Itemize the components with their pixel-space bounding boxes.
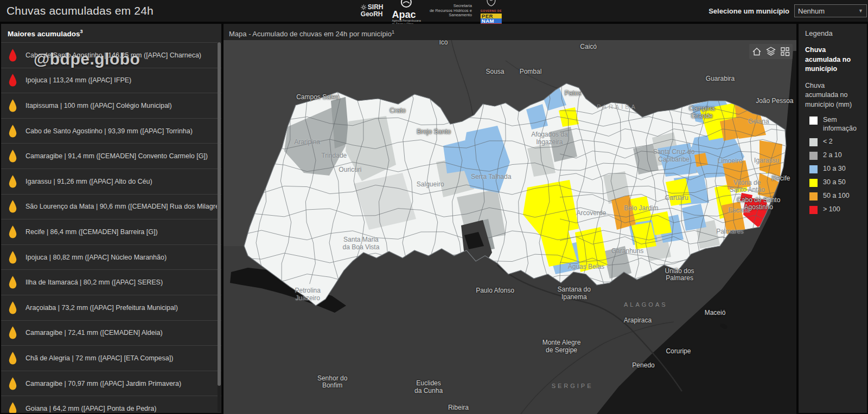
legend-item: 2 a 10 (805, 151, 864, 160)
list-item-label: Camaragibe | 91,4 mm ([CEMADEN] Convento… (25, 152, 208, 160)
list-item[interactable]: São Lourenço da Mata | 90,6 mm ([CEMADEN… (1, 194, 221, 219)
apac-label: Apac (392, 10, 421, 19)
legend-label: 10 a 30 (823, 165, 861, 173)
layers-icon (765, 46, 777, 57)
list-item[interactable]: Chã de Alegria | 72 mm ([APAC] [ETA Comp… (1, 345, 221, 371)
list-item-label: Camaragibe | 72,41 mm ([CEMADEN] Aldeia) (25, 329, 163, 337)
list-item-label: Igarassu | 91,26 mm ([APAC] Alto do Céu) (25, 178, 152, 185)
municipality-select-value: Nenhum (798, 7, 825, 15)
water-drop-icon (8, 149, 18, 163)
basemap-button[interactable] (779, 46, 791, 57)
list-item[interactable]: Camaragibe | 91,4 mm ([CEMADEN] Convento… (1, 143, 221, 169)
list-item-label: Chã de Alegria | 72 mm ([APAC] [ETA Comp… (25, 354, 173, 362)
apac-logo: Apac Agência Pernambucanade Águas e Clim… (392, 0, 421, 25)
water-drop-icon (8, 73, 18, 87)
legend-label: 30 a 50 (823, 178, 861, 187)
legend-item: 10 a 30 (805, 165, 864, 173)
list-item-label: Araçoiaba | 73,2 mm ([APAC] Prefeitura M… (25, 304, 178, 312)
map-title: Mapa - Acumulado de chuvas em 24h por mu… (224, 24, 796, 40)
list-item-label: Itapissuma | 100 mm ([APAC] Colégio Muni… (25, 102, 172, 109)
ranking-list: Cabo de Santo Agostinho | 146,25 mm ([AP… (1, 42, 221, 413)
ranking-scrollbar[interactable] (218, 42, 221, 412)
list-item[interactable]: Camaragibe | 72,41 mm ([CEMADEN] Aldeia) (1, 320, 221, 346)
pernambuco-crest-icon (486, 0, 496, 7)
legend-panel: Legenda Chuva acumulada no município Chu… (799, 24, 867, 413)
legend-swatch (809, 165, 818, 173)
list-item[interactable]: Araçoiaba | 73,2 mm ([APAC] Prefeitura M… (1, 295, 221, 320)
legend-title: Legenda (805, 29, 864, 37)
secretaria-line3: Saneamento (430, 13, 472, 18)
layers-button[interactable] (765, 46, 777, 57)
legend-item: > 100 (805, 205, 864, 214)
list-item-label: Ipojuca | 80,82 mm ([APAC] Núcleo Maranh… (25, 254, 167, 261)
list-item[interactable]: Recife | 86,4 mm ([CEMADEN] Barreira [G]… (1, 219, 221, 244)
page-title: Chuvas acumuladas em 24h (0, 4, 154, 17)
home-icon (751, 46, 763, 57)
choropleth-map (224, 40, 796, 414)
list-item[interactable]: Igarassu | 91,26 mm ([APAC] Alto do Céu) (1, 169, 221, 194)
municipality-select-label: Selecione um município (709, 7, 789, 15)
list-item[interactable]: Goiana | 64,2 mm ([APAC] Ponta de Pedra) (1, 396, 221, 413)
legend-label: Sem informação (823, 116, 861, 133)
legend-swatch (809, 206, 818, 214)
water-drop-icon (8, 250, 18, 264)
watermark: @bdpe.globo (34, 50, 140, 68)
legend-swatch (809, 179, 818, 187)
header-logos: SIRH GeoRH Apac Agência Pernambucanade Á… (361, 0, 502, 22)
list-item[interactable]: Ilha de Itamaracá | 80,2 mm ([APAC] SERE… (1, 269, 221, 295)
legend-label: > 100 (823, 205, 861, 214)
list-item[interactable]: Ipojuca | 113,24 mm ([APAC] IFPE) (1, 68, 221, 93)
list-item-label: Ipojuca | 113,24 mm ([APAC] IFPE) (25, 76, 131, 84)
legend-label: < 2 (823, 138, 861, 146)
water-drop-icon (8, 174, 18, 189)
map-tools (749, 44, 793, 59)
list-item[interactable]: Itapissuma | 100 mm ([APAC] Colégio Muni… (1, 93, 221, 118)
water-drop-icon (8, 301, 18, 315)
list-item-label: Camaragibe | 70,97 mm ([APAC] Jardim Pri… (25, 380, 181, 387)
list-item-label: Recife | 86,4 mm ([CEMADEN] Barreira [G]… (25, 228, 158, 236)
legend-item: 50 a 100 (805, 192, 864, 200)
list-item-label: São Lourenço da Mata | 90,6 mm ([CEMADEN… (25, 203, 217, 210)
legend-items: Sem informação< 22 a 1010 a 3030 a 5050 … (805, 116, 864, 214)
water-drop-icon (8, 377, 18, 391)
list-item-label: Cabo de Santo Agostinho | 93,39 mm ([APA… (25, 127, 193, 135)
list-item[interactable]: Ipojuca | 80,82 mm ([APAC] Núcleo Maranh… (1, 244, 221, 270)
legend-label: 2 a 10 (823, 151, 861, 160)
sirh-georh-logo: SIRH GeoRH (361, 4, 384, 18)
home-button[interactable] (751, 46, 763, 57)
legend-item: < 2 (805, 138, 864, 146)
water-drop-icon (8, 225, 18, 239)
water-drop-icon (8, 326, 18, 340)
legend-field-name: Chuva acumulada no município (mm) (805, 81, 857, 110)
map-panel: Mapa - Acumulado de chuvas em 24h por mu… (224, 24, 796, 414)
legend-item: Sem informação (805, 116, 864, 133)
legend-layer-name: Chuva acumulada no município (805, 46, 852, 74)
list-item-label: Goiana | 64,2 mm ([APAC] Ponta de Pedra) (25, 405, 156, 412)
water-drop-icon (8, 124, 18, 138)
legend-swatch (809, 117, 818, 125)
list-item[interactable]: Camaragibe | 70,97 mm ([APAC] Jardim Pri… (1, 371, 221, 396)
basemap-grid-icon (779, 46, 791, 57)
chevron-down-icon: ▼ (858, 8, 863, 14)
water-drop-icon (8, 402, 18, 413)
map-canvas[interactable]: IcóCaicóSousaPombalPatosPARAÍBAGuarabira… (224, 40, 796, 414)
water-drop-icon (8, 351, 18, 365)
legend-swatch (809, 138, 818, 146)
secretaria-logo: Secretaria de Recursos Hídricos e Saneam… (430, 4, 472, 18)
list-item-label: Ilha de Itamaracá | 80,2 mm ([APAC] SERE… (25, 279, 163, 286)
water-drop-icon (8, 99, 18, 113)
apac-circle-icon (400, 0, 412, 8)
sirh-gear-icon (361, 4, 367, 10)
water-drop-icon (8, 48, 18, 62)
water-drop-icon (8, 275, 18, 289)
legend-swatch (809, 152, 818, 160)
legend-label: 50 a 100 (823, 192, 861, 200)
georh-label: GeoRH (361, 11, 383, 18)
water-drop-icon (8, 199, 18, 214)
scrollbar-thumb[interactable] (218, 42, 221, 386)
legend-swatch (809, 192, 818, 200)
legend-item: 30 a 50 (805, 178, 864, 187)
ranking-panel: Maiores acumulados3 @bdpe.globo Cabo de … (1, 24, 221, 413)
list-item[interactable]: Cabo de Santo Agostinho | 93,39 mm ([APA… (1, 118, 221, 144)
municipality-select[interactable]: Nenhum ▼ (794, 4, 867, 17)
